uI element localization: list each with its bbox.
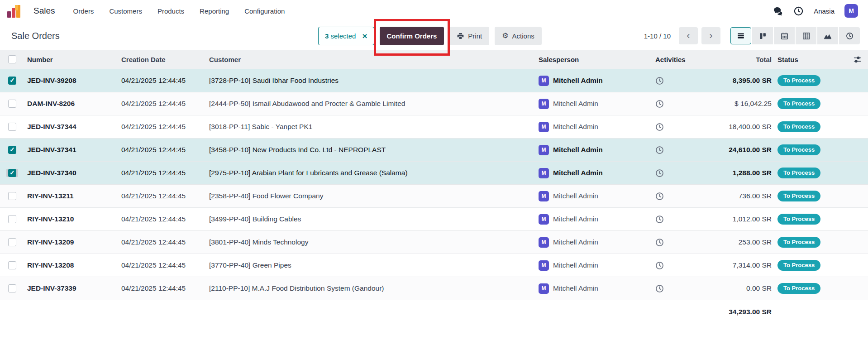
user-avatar[interactable]: M (844, 4, 858, 18)
pager-range: 1-10 / 10 (644, 32, 671, 40)
column-header-status[interactable]: Status (772, 56, 846, 63)
row-checkbox[interactable] (8, 215, 16, 223)
select-all-checkbox[interactable] (8, 55, 16, 63)
customer-name: [2975-PP-10] Arabian Plant for Lubricant… (207, 169, 535, 177)
customer-name: [2444-PP-50] Ismail Abudawood and Procte… (207, 100, 535, 108)
list-view-button[interactable] (730, 27, 751, 44)
order-total: 24,610.00 SR (711, 146, 772, 154)
column-header-salesperson[interactable]: Salesperson (535, 56, 652, 63)
column-header-activities[interactable]: Activities (652, 56, 711, 63)
schedule-activity-clock-icon[interactable] (655, 123, 664, 131)
row-checkbox[interactable] (8, 169, 16, 177)
column-header-customer[interactable]: Customer (207, 56, 535, 63)
schedule-activity-clock-icon[interactable] (655, 169, 664, 177)
schedule-activity-clock-icon[interactable] (655, 284, 664, 293)
order-number: RIY-INV-13210 (25, 215, 119, 223)
customer-name: [3458-PP-10] New Products Ind Co. Ltd - … (207, 146, 535, 154)
table-row[interactable]: RIY-INV-13211 04/21/2025 12:44:45 [2358-… (0, 184, 868, 207)
selected-count: 3 (325, 32, 329, 40)
salesperson-avatar: M (539, 191, 549, 201)
table-body: JED-INV-39208 04/21/2025 12:44:45 [3728-… (0, 69, 868, 300)
schedule-activity-clock-icon[interactable] (655, 215, 664, 224)
graph-view-icon (824, 32, 832, 40)
activity-view-button[interactable] (839, 27, 860, 44)
column-header-number[interactable]: Number (25, 56, 119, 63)
row-checkbox[interactable] (8, 146, 16, 154)
messages-icon[interactable] (773, 6, 783, 16)
status-badge: To Process (777, 237, 820, 248)
creation-date: 04/21/2025 12:44:45 (119, 261, 207, 269)
order-total: 18,400.00 SR (711, 123, 772, 131)
table-footer-row: 34,293.00 SR (0, 300, 868, 324)
table-row[interactable]: RIY-INV-13209 04/21/2025 12:44:45 [3801-… (0, 230, 868, 254)
actions-button[interactable]: ⚙ Actions (495, 27, 542, 45)
table-row[interactable]: DAM-INV-8206 04/21/2025 12:44:45 [2444-P… (0, 92, 868, 115)
pager-next-button[interactable]: › (701, 27, 720, 44)
schedule-activity-clock-icon[interactable] (655, 238, 664, 247)
activities-clock-icon[interactable] (793, 6, 804, 16)
confirm-orders-button[interactable]: Confirm Orders (380, 27, 444, 45)
pivot-view-button[interactable] (796, 27, 816, 44)
row-checkbox[interactable] (8, 192, 16, 200)
column-header-total[interactable]: Total (711, 56, 772, 63)
table-row[interactable]: RIY-INV-13210 04/21/2025 12:44:45 [3499-… (0, 207, 868, 230)
customer-name: [2358-PP-40] Food Flower Company (207, 192, 535, 200)
sales-app-logo-icon[interactable] (7, 4, 22, 18)
print-button[interactable]: Print (449, 27, 489, 45)
menu-configuration[interactable]: Configuration (244, 7, 285, 15)
calendar-view-icon (781, 32, 788, 40)
row-checkbox[interactable] (8, 100, 16, 108)
status-badge: To Process (777, 98, 820, 109)
clear-selection-icon[interactable]: × (362, 32, 367, 40)
optional-columns-icon[interactable] (854, 56, 861, 63)
schedule-activity-clock-icon[interactable] (655, 192, 664, 201)
control-bar: Sale Orders 3 selected × Confirm Orders … (0, 22, 868, 50)
table-row[interactable]: JED-INV-37344 04/21/2025 12:44:45 [3018-… (0, 115, 868, 138)
customer-name: [3499-PP-40] Building Cables (207, 215, 535, 223)
schedule-activity-clock-icon[interactable] (655, 261, 664, 270)
row-checkbox[interactable] (8, 77, 16, 85)
salesperson-avatar: M (539, 145, 549, 155)
table-row[interactable]: JED-INV-37339 04/21/2025 12:44:45 [2110-… (0, 277, 868, 300)
creation-date: 04/21/2025 12:44:45 (119, 123, 207, 131)
table-row[interactable]: RIY-INV-13208 04/21/2025 12:44:45 [3770-… (0, 254, 868, 277)
salesperson-name: Mitchell Admin (553, 215, 598, 223)
selected-label: selected (331, 32, 356, 40)
graph-view-button[interactable] (817, 27, 838, 44)
menu-products[interactable]: Products (157, 7, 184, 15)
table-header-row: Number Creation Date Customer Salesperso… (0, 50, 868, 69)
kanban-view-button[interactable] (752, 27, 773, 44)
schedule-activity-clock-icon[interactable] (655, 100, 664, 108)
row-checkbox[interactable] (8, 238, 16, 246)
status-badge: To Process (777, 214, 820, 225)
column-header-creation-date[interactable]: Creation Date (119, 56, 207, 63)
main-menu: Orders Customers Products Reporting Conf… (73, 7, 285, 15)
order-total: 0.00 SR (711, 284, 772, 292)
creation-date: 04/21/2025 12:44:45 (119, 238, 207, 246)
row-checkbox[interactable] (8, 284, 16, 292)
calendar-view-button[interactable] (774, 27, 795, 44)
app-name[interactable]: Sales (33, 6, 55, 16)
menu-reporting[interactable]: Reporting (200, 7, 229, 15)
menu-customers[interactable]: Customers (109, 7, 142, 15)
table-row[interactable]: JED-INV-37341 04/21/2025 12:44:45 [3458-… (0, 138, 868, 161)
status-badge: To Process (777, 260, 820, 271)
salesperson-avatar: M (539, 260, 549, 271)
menu-orders[interactable]: Orders (73, 7, 94, 15)
salesperson-name: Mitchell Admin (553, 192, 598, 200)
salesperson-name: Mitchell Admin (553, 284, 598, 292)
pager-previous-button[interactable]: ‹ (679, 27, 698, 44)
schedule-activity-clock-icon[interactable] (655, 146, 664, 154)
table-row[interactable]: JED-INV-37340 04/21/2025 12:44:45 [2975-… (0, 161, 868, 184)
order-number: JED-INV-37340 (25, 169, 119, 177)
customer-name: [3728-PP-10] Saudi Ibhar Food Industries (207, 77, 535, 85)
table-row[interactable]: JED-INV-39208 04/21/2025 12:44:45 [3728-… (0, 69, 868, 92)
salesperson-name: Mitchell Admin (553, 238, 598, 246)
schedule-activity-clock-icon[interactable] (655, 77, 664, 85)
order-number: JED-INV-37339 (25, 284, 119, 292)
row-checkbox[interactable] (8, 123, 16, 131)
customer-name: [3770-PP-40] Green Pipes (207, 261, 535, 269)
order-number: RIY-INV-13208 (25, 261, 119, 269)
row-checkbox[interactable] (8, 261, 16, 269)
user-name[interactable]: Anasia (814, 7, 835, 15)
